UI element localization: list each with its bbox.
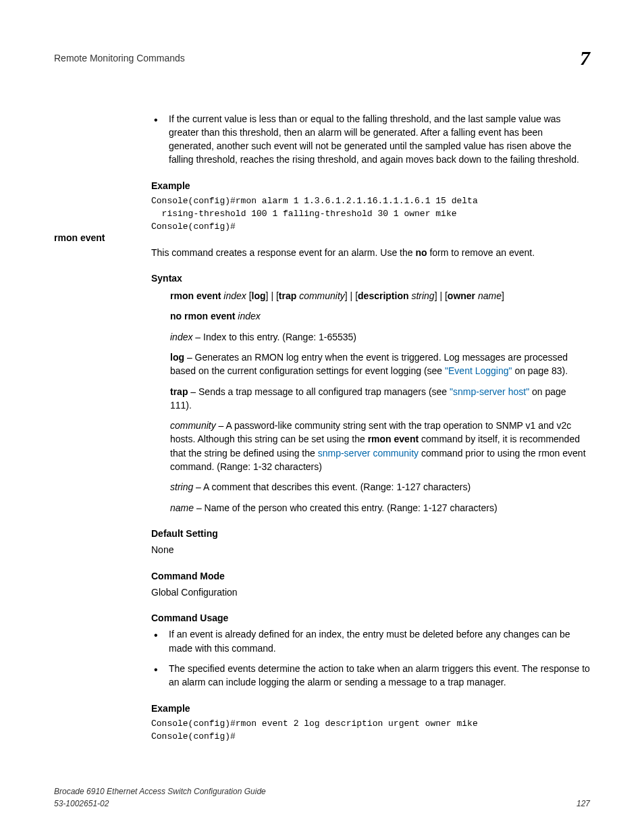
syn-trap: trap: [279, 290, 299, 301]
syntax-line-1: rmon event index [log] | [trap community…: [170, 289, 590, 303]
param-index-text: – Index to this entry. (Range: 1-65535): [192, 332, 356, 342]
page-header: Remote Monitoring Commands 7: [54, 43, 590, 73]
usage-bullet-2: The specified events determine the actio…: [151, 662, 590, 689]
syn-name: name: [478, 290, 502, 301]
header-title: Remote Monitoring Commands: [54, 51, 185, 65]
command-mode-value: Global Configuration: [151, 585, 590, 599]
intro-no: no: [415, 247, 427, 258]
param-trap: trap – Sends a trap message to all confi…: [170, 385, 590, 413]
page: Remote Monitoring Commands 7 If the curr…: [0, 0, 644, 834]
syn-no-index: index: [238, 311, 260, 321]
footer-guide-title: Brocade 6910 Ethernet Access Switch Conf…: [54, 786, 266, 798]
intro-post: form to remove an event.: [427, 247, 535, 258]
page-number: 127: [576, 798, 590, 810]
content-area: If the current value is less than or equ…: [151, 112, 590, 234]
syn-t1: [: [246, 290, 252, 301]
syn-t5: ]: [502, 290, 504, 301]
param-community-bold: rmon event: [368, 434, 419, 444]
syn-log: log: [252, 290, 266, 301]
syntax-heading: Syntax: [151, 271, 590, 285]
syn-no-cmd: no rmon event: [170, 311, 238, 321]
example-code-block: Console(config)#rmon alarm 1 1.3.6.1.2.1…: [151, 195, 590, 234]
top-bullet-list: If the current value is less than or equ…: [151, 112, 590, 167]
param-index: index – Index to this entry. (Range: 1-6…: [170, 330, 590, 344]
syn-owner: owner: [448, 290, 478, 301]
syn-t3: ] | [: [345, 290, 358, 301]
bullet-falling-threshold: If the current value is less than or equ…: [151, 112, 590, 167]
param-name: name – Name of the person who created th…: [170, 501, 590, 515]
page-footer: Brocade 6910 Ethernet Access Switch Conf…: [54, 786, 590, 810]
snmp-server-community-link[interactable]: snmp-server community: [318, 448, 419, 459]
command-usage-heading: Command Usage: [151, 611, 590, 625]
command-mode-heading: Command Mode: [151, 569, 590, 583]
footer-left: Brocade 6910 Ethernet Access Switch Conf…: [54, 786, 266, 810]
intro-pre: This command creates a response event fo…: [151, 247, 415, 258]
syn-cmd: rmon event: [170, 290, 223, 301]
intro-text: This command creates a response event fo…: [151, 246, 590, 259]
syn-string: string: [411, 290, 434, 301]
param-string-text: – A comment that describes this event. (…: [193, 481, 471, 492]
default-setting-value: None: [151, 543, 590, 556]
param-trap-text1: – Sends a trap message to all configured…: [188, 386, 450, 397]
param-index-name: index: [170, 332, 192, 342]
param-name-text: – Name of the person who created this en…: [194, 502, 498, 513]
syn-community: community: [299, 290, 345, 301]
usage-bullet-1: If an event is already defined for an in…: [151, 627, 590, 655]
param-log-text2: on page 83).: [512, 365, 568, 376]
example2-code-block: Console(config)#rmon event 2 log descrip…: [151, 718, 590, 744]
syntax-line-2: no rmon event index: [170, 309, 590, 323]
syn-t2: ] | [: [266, 290, 279, 301]
param-community-name: community: [170, 420, 216, 431]
default-setting-heading: Default Setting: [151, 527, 590, 540]
param-string-name: string: [170, 481, 193, 492]
syn-t4: ] | [: [435, 290, 448, 301]
usage-bullet-list: If an event is already defined for an in…: [151, 627, 590, 689]
param-name-name: name: [170, 502, 194, 513]
command-name-heading: rmon event: [54, 231, 105, 244]
param-log: log – Generates an RMON log entry when t…: [170, 350, 590, 378]
event-logging-link[interactable]: "Event Logging": [445, 365, 512, 376]
syn-desc: description: [358, 290, 411, 301]
example2-heading: Example: [151, 702, 590, 715]
param-string: string – A comment that describes this e…: [170, 480, 590, 494]
footer-doc-number: 53-1002651-02: [54, 798, 266, 810]
chapter-number: 7: [580, 43, 590, 73]
param-trap-name: trap: [170, 386, 188, 397]
rmon-event-section: This command creates a response event fo…: [151, 246, 590, 744]
param-log-name: log: [170, 352, 184, 363]
example-heading: Example: [151, 179, 590, 192]
syn-index: index: [223, 290, 246, 301]
param-community: community – A password-like community st…: [170, 419, 590, 473]
snmp-server-host-link[interactable]: "snmp-server host": [450, 386, 529, 397]
